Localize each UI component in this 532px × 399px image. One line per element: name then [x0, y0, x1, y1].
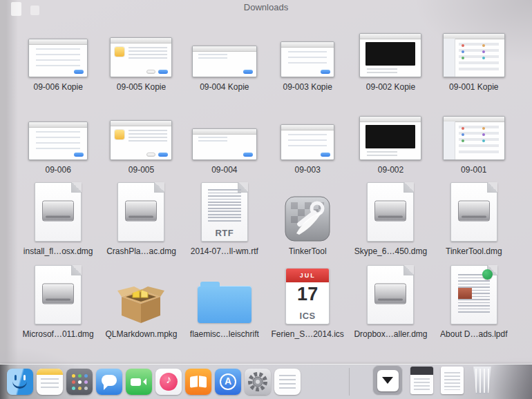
document-dock-icon[interactable]	[410, 367, 433, 394]
calendar-day: 17	[286, 282, 329, 306]
file-item[interactable]: 09-003	[266, 104, 349, 175]
dock	[0, 364, 532, 399]
installer-package-icon	[115, 283, 167, 324]
file-item[interactable]: About D…ads.lpdf	[433, 255, 515, 340]
folder-icon	[198, 286, 251, 323]
file-type-tag: ICS	[286, 311, 329, 321]
textedit-dock-icon[interactable]	[274, 369, 301, 395]
file-item[interactable]: TinkerTool	[266, 173, 349, 257]
file-name: 09-001 Kopie	[449, 82, 498, 93]
file-item[interactable]: CrashPla…ac.dmg	[99, 173, 182, 257]
dock-divider	[349, 368, 350, 396]
file-item[interactable]: flaemisc…leischrift	[183, 255, 266, 340]
file-item[interactable]: RTF 2014-07…ll-wm.rtf	[183, 173, 266, 257]
stack-panel	[377, 370, 399, 391]
file-item[interactable]: QLMarkdown.mpkg	[99, 255, 182, 340]
screenshot-thumbnail-icon	[443, 116, 505, 160]
file-item[interactable]: 09-001	[433, 104, 515, 175]
file-name: 09-002 Kopie	[366, 82, 415, 93]
document-dock-icon[interactable]	[441, 367, 464, 394]
itunes-dock-icon[interactable]	[155, 369, 182, 395]
file-name: 09-003 Kopie	[283, 82, 332, 93]
lpdf-document-icon	[450, 265, 497, 324]
file-item[interactable]: 09-006	[17, 104, 99, 175]
facetime-dock-icon[interactable]	[126, 369, 152, 395]
file-item[interactable]: 09-004 Kopie	[183, 21, 266, 93]
screenshot-thumbnail-icon	[110, 120, 172, 160]
grid-row: 09-006 Kopie 09-005 Kopie 09-004 Kopie 0…	[17, 21, 515, 93]
screenshot-thumbnail-icon	[359, 33, 421, 77]
disk-image-icon	[117, 182, 164, 242]
file-name: 09-005 Kopie	[117, 82, 166, 93]
grid-row: install_fl…osx.dmg CrashPla…ac.dmg RTF 2…	[17, 173, 515, 257]
calendar-month: JUL	[286, 269, 329, 282]
chevron-down-icon	[382, 377, 393, 384]
dock-app-icons	[7, 369, 301, 395]
file-item[interactable]: 09-003 Kopie	[266, 21, 349, 93]
grid-row: 09-006 09-005 09-004 09-003 09-002 09-00…	[17, 104, 515, 175]
file-item[interactable]: 09-004	[183, 104, 266, 175]
file-name: QLMarkdown.mpkg	[105, 329, 177, 340]
grid-row: Microsof…011.dmg QLMarkdown.mpkg flaemis…	[17, 255, 515, 340]
app-store-dock-icon[interactable]	[215, 369, 241, 395]
file-item[interactable]: 09-001 Kopie	[433, 21, 515, 93]
system-preferences-dock-icon[interactable]	[245, 369, 271, 395]
file-name: flaemisc…leischrift	[190, 329, 259, 340]
launchpad-dock-icon[interactable]	[66, 369, 93, 395]
notes-dock-icon[interactable]	[37, 369, 63, 395]
file-item[interactable]: Microsof…011.dmg	[17, 255, 99, 340]
disk-image-icon	[35, 265, 82, 324]
file-name: 09-004 Kopie	[200, 82, 249, 93]
file-name: 09-006 Kopie	[33, 82, 82, 93]
trash-icon[interactable]	[471, 367, 493, 394]
screenshot-thumbnail-icon	[443, 33, 505, 77]
screenshot-thumbnail-icon	[28, 39, 88, 77]
file-item[interactable]: TinkerTool.dmg	[433, 173, 515, 257]
file-item[interactable]: install_fl…osx.dmg	[17, 173, 99, 257]
disk-image-icon	[367, 265, 414, 324]
tinkertool-app-icon	[285, 196, 330, 242]
calendar-ics-icon: JUL 17 ICS	[285, 268, 330, 324]
downloads-stack-open-indicator[interactable]	[372, 365, 403, 396]
file-item[interactable]: 09-002	[349, 104, 432, 175]
file-name: About D…ads.lpdf	[440, 329, 507, 340]
file-item[interactable]: 09-005	[99, 104, 182, 175]
stack-title: Downloads	[0, 2, 532, 12]
screenshot-thumbnail-icon	[110, 37, 172, 77]
file-name: Microsof…011.dmg	[23, 329, 94, 340]
gear-icon	[245, 369, 271, 395]
screenshot-thumbnail-icon	[192, 128, 257, 160]
disk-image-icon	[367, 182, 414, 242]
screenshot-thumbnail-icon	[281, 41, 334, 77]
dock-stack-area	[372, 365, 493, 396]
disk-image-icon	[450, 182, 497, 242]
file-item[interactable]: Skype_6…450.dmg	[349, 173, 432, 257]
file-name: Ferien_S…2014.ics	[271, 329, 343, 340]
messages-dock-icon[interactable]	[96, 369, 122, 395]
disk-image-icon	[35, 182, 82, 242]
rtf-document-icon: RTF	[201, 182, 248, 242]
file-item[interactable]: 09-006 Kopie	[17, 21, 99, 93]
finder-dock-icon[interactable]	[7, 369, 33, 395]
file-item[interactable]: Dropbox…aller.dmg	[349, 255, 432, 340]
file-name: Dropbox…aller.dmg	[354, 329, 427, 340]
screenshot-thumbnail-icon	[192, 46, 257, 77]
screenshot-thumbnail-icon	[281, 124, 334, 160]
desktop: Downloads 09-006 Kopie 09-005 Kopie 09-0…	[0, 0, 532, 399]
file-item[interactable]: JUL 17 ICS Ferien_S…2014.ics	[266, 255, 349, 340]
screenshot-thumbnail-icon	[28, 121, 88, 160]
file-item[interactable]: 09-005 Kopie	[99, 21, 182, 93]
file-item[interactable]: 09-002 Kopie	[349, 21, 432, 93]
screenshot-thumbnail-icon	[359, 116, 421, 160]
ibooks-dock-icon[interactable]	[185, 369, 211, 395]
